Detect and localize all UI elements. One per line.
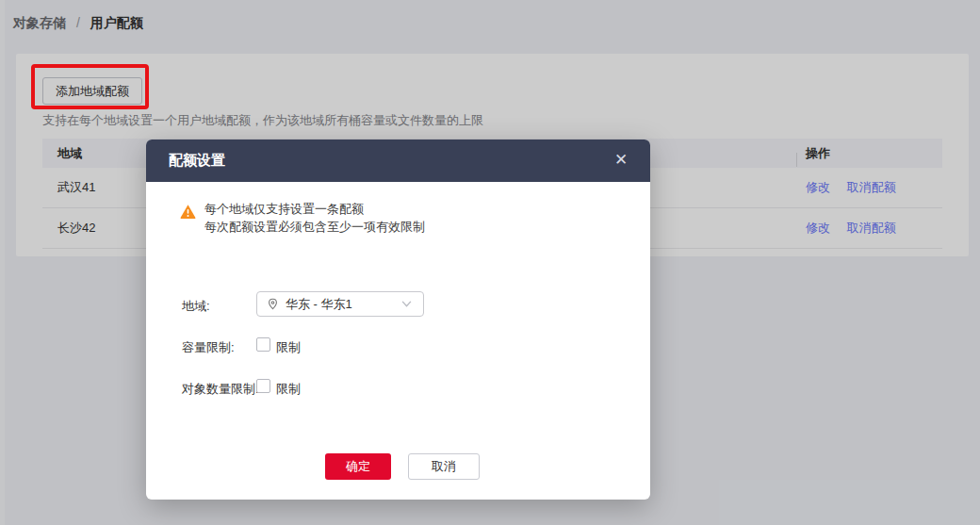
chevron-down-icon (401, 301, 412, 307)
capacity-limit-checkbox[interactable] (256, 337, 270, 352)
confirm-button[interactable]: 确定 (325, 453, 391, 480)
region-select-value: 华东 - 华东1 (286, 296, 401, 313)
location-pin-icon (267, 298, 279, 310)
warning-line-1: 每个地域仅支持设置一条配额 (204, 200, 425, 218)
object-count-limit-checkbox[interactable] (256, 379, 270, 393)
object-count-limit-label: 对象数量限制: (182, 381, 259, 398)
quota-settings-dialog: 配额设置 ✕ 每个地域仅支持设置一条配额 每次配额设置必须包含至少一项有效限制 … (146, 139, 650, 500)
region-field-label: 地域: (182, 298, 210, 315)
dialog-title: 配额设置 (169, 152, 225, 170)
cancel-button[interactable]: 取消 (408, 453, 480, 480)
dialog-header: 配额设置 ✕ (146, 139, 650, 182)
warning-text: 每个地域仅支持设置一条配额 每次配额设置必须包含至少一项有效限制 (204, 200, 425, 236)
object-count-checkbox-label[interactable]: 限制 (276, 381, 301, 398)
warning-icon (180, 204, 196, 219)
close-icon[interactable]: ✕ (608, 147, 634, 173)
warning-line-2: 每次配额设置必须包含至少一项有效限制 (204, 218, 425, 236)
region-select[interactable]: 华东 - 华东1 (256, 291, 424, 317)
capacity-checkbox-label[interactable]: 限制 (276, 339, 301, 356)
capacity-limit-label: 容量限制: (182, 339, 235, 356)
